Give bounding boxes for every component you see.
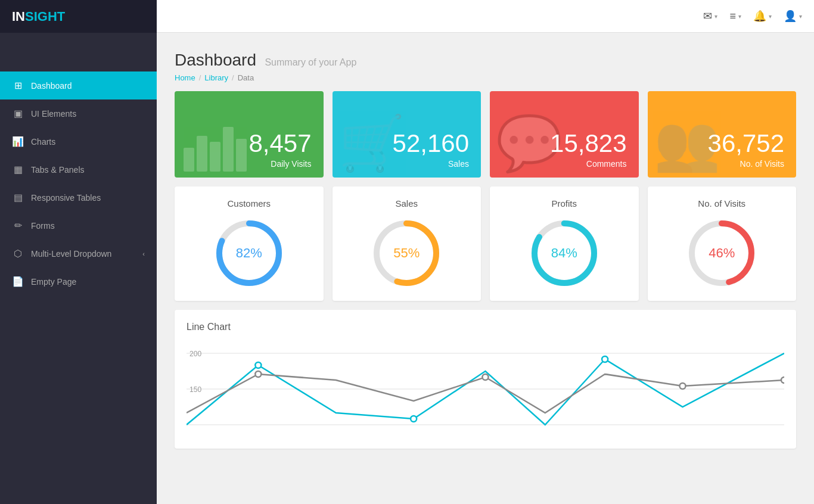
stat-label-no-of-visits: No. of Visits: [740, 159, 784, 169]
sidebar-item-forms[interactable]: ✏ Forms: [0, 211, 157, 239]
stat-cards: 8,457 Daily Visits 🛒 52,160 Sales 💬 15,8…: [175, 91, 796, 178]
sidebar-item-dashboard[interactable]: ⊞ Dashboard: [0, 71, 157, 99]
sidebar-item-label: Responsive Tables: [31, 193, 101, 203]
svg-point-16: [255, 371, 261, 377]
list-caret: ▾: [738, 13, 741, 20]
empty-page-icon: 📄: [12, 276, 24, 287]
stat-label-daily-visits: Daily Visits: [271, 159, 311, 169]
ui-elements-icon: ▣: [12, 108, 24, 119]
stat-card-comments: 💬 15,823 Comments: [490, 91, 639, 178]
user-caret: ▾: [799, 13, 802, 20]
stat-label-comments: Comments: [586, 159, 627, 169]
stat-card-daily-visits: 8,457 Daily Visits: [175, 91, 324, 178]
breadcrumb-current: Data: [238, 73, 254, 82]
line-chart-title: Line Chart: [187, 322, 784, 332]
donut-card-sales: Sales 55%: [333, 186, 481, 301]
tabs-icon: ▦: [12, 164, 24, 175]
donut-wrapper-sales: 55%: [371, 217, 442, 289]
donut-wrapper-customers: 82%: [213, 217, 285, 289]
donut-wrapper-no-of-visits: 46%: [686, 217, 757, 289]
stat-label-sales: Sales: [448, 159, 469, 169]
donut-percent-sales: 55%: [393, 245, 420, 261]
sidebar-item-multi-level[interactable]: ⬡ Multi-Level Dropdown ‹: [0, 239, 157, 267]
sidebar-nav: ⊞ Dashboard ▣ UI Elements 📊 Charts ▦ Tab…: [0, 66, 157, 295]
layout: INSIGHT ⊞ Dashboard ▣ UI Elements 📊 Char…: [0, 33, 814, 504]
dashboard-icon: ⊞: [12, 80, 24, 91]
line-chart-svg: 200 150: [187, 341, 784, 437]
list-btn[interactable]: ≡ ▾: [729, 10, 741, 23]
sidebar-item-label: Empty Page: [31, 277, 76, 287]
sidebar-item-ui-elements[interactable]: ▣ UI Elements: [0, 99, 157, 127]
breadcrumb-sep2: /: [232, 73, 234, 82]
svg-text:200: 200: [189, 350, 201, 358]
breadcrumb-home[interactable]: Home: [175, 73, 195, 82]
forms-icon: ✏: [12, 220, 24, 231]
sidebar-item-label: Multi-Level Dropdown: [31, 249, 111, 259]
bar-bg-icon: [184, 127, 247, 172]
user-btn[interactable]: 👤 ▾: [784, 10, 802, 23]
chart-area: 200 150: [187, 341, 784, 437]
donut-percent-profits: 84%: [551, 245, 577, 261]
stat-number-comments: 15,823: [550, 131, 626, 156]
stat-number-sales: 52,160: [393, 131, 469, 156]
donut-card-no-of-visits: No. of Visits 46%: [648, 186, 797, 301]
bell-caret: ▾: [769, 13, 772, 20]
sidebar-item-charts[interactable]: 📊 Charts: [0, 127, 157, 155]
user-icon: 👤: [784, 10, 797, 23]
donut-cards: Customers 82% Sales 55%: [175, 186, 796, 301]
breadcrumb: Home / Library / Data: [175, 73, 796, 82]
email-icon: ✉: [703, 10, 712, 23]
donut-title-no-of-visits: No. of Visits: [660, 198, 785, 209]
sidebar-item-empty-page[interactable]: 📄 Empty Page: [0, 267, 157, 295]
bell-icon: 🔔: [753, 10, 766, 23]
line-chart-card: Line Chart 200 150: [175, 310, 796, 449]
donut-title-sales: Sales: [344, 198, 470, 209]
donut-card-profits: Profits 84%: [490, 186, 639, 301]
multi-level-arrow: ‹: [142, 250, 145, 257]
donut-card-customers: Customers 82%: [175, 186, 324, 301]
sidebar-item-label: Charts: [31, 137, 55, 147]
breadcrumb-sep1: /: [199, 73, 201, 82]
stat-card-no-of-visits: 👥 36,752 No. of Visits: [648, 91, 797, 178]
svg-point-13: [255, 362, 261, 368]
list-icon: ≡: [729, 10, 736, 23]
sidebar-item-label: UI Elements: [31, 109, 76, 119]
sidebar-item-responsive-tables[interactable]: ▤ Responsive Tables: [0, 183, 157, 211]
sidebar-item-label: Dashboard: [31, 81, 72, 91]
tables-icon: ▤: [12, 192, 24, 203]
stat-number-daily-visits: 8,457: [248, 131, 311, 156]
stat-number-no-of-visits: 36,752: [708, 131, 784, 156]
donut-percent-customers: 82%: [236, 245, 262, 261]
sidebar-item-tabs-panels[interactable]: ▦ Tabs & Panels: [0, 155, 157, 183]
email-btn[interactable]: ✉ ▾: [703, 10, 717, 23]
svg-point-17: [482, 374, 488, 380]
sidebar-item-label: Tabs & Panels: [31, 165, 85, 175]
svg-point-15: [602, 356, 608, 362]
donut-title-customers: Customers: [187, 198, 312, 209]
topbar-icons: ✉ ▾ ≡ ▾ 🔔 ▾ 👤 ▾: [703, 10, 802, 23]
donut-title-profits: Profits: [502, 198, 627, 209]
donut-wrapper-profits: 84%: [529, 217, 600, 289]
bell-btn[interactable]: 🔔 ▾: [753, 10, 772, 23]
svg-point-14: [411, 416, 417, 422]
svg-text:150: 150: [189, 385, 201, 394]
charts-icon: 📊: [12, 136, 24, 147]
donut-percent-no-of-visits: 46%: [709, 245, 735, 261]
main-content: Dashboard Summary of your App Home / Lib…: [157, 33, 814, 504]
stat-card-sales: 🛒 52,160 Sales: [333, 91, 481, 178]
sidebar: INSIGHT ⊞ Dashboard ▣ UI Elements 📊 Char…: [0, 33, 157, 504]
breadcrumb-library[interactable]: Library: [204, 73, 228, 82]
page-subtitle: Summary of your App: [265, 57, 356, 67]
sidebar-item-label: Forms: [31, 221, 55, 231]
multi-level-icon: ⬡: [12, 248, 24, 259]
page-title: Dashboard: [175, 51, 256, 69]
svg-point-19: [781, 377, 784, 383]
email-caret: ▾: [714, 13, 717, 20]
page-header: Dashboard Summary of your App Home / Lib…: [175, 51, 796, 82]
svg-point-18: [679, 383, 685, 389]
